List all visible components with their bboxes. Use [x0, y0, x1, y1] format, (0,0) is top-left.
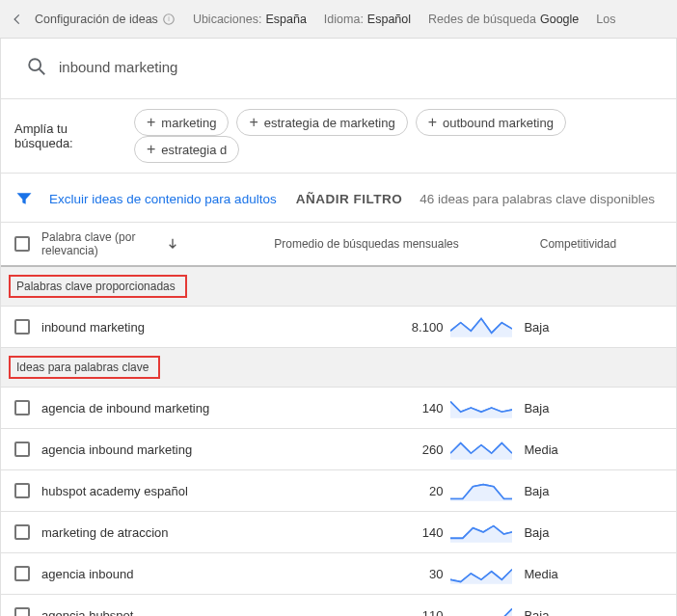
plus-icon: +: [147, 115, 155, 130]
avg-searches: 20: [398, 484, 443, 498]
section-ideas: Ideas para palabras clave: [1, 348, 676, 388]
section-provided: Palabras clave proporcionadas: [1, 267, 676, 307]
col-keyword-label[interactable]: Palabra clave (por relevancia): [41, 230, 157, 257]
keyword-cell: hubspot academy español: [41, 484, 254, 498]
row-checkbox[interactable]: [14, 607, 30, 616]
table-row: hubspot academy español20Baja: [1, 470, 676, 512]
search-icon: [26, 56, 47, 77]
keyword-cell: agencia hubspot: [41, 608, 254, 617]
broaden-chip[interactable]: +estrategia d: [134, 136, 239, 163]
plus-icon: +: [147, 142, 155, 157]
row-checkbox[interactable]: [14, 566, 30, 581]
more-segment[interactable]: Los: [596, 13, 615, 26]
funnel-icon[interactable]: [14, 189, 34, 208]
plus-icon: +: [249, 115, 257, 130]
sparkline: [450, 397, 512, 418]
filter-row: Excluir ideas de contenido para adultos …: [1, 173, 676, 222]
sparkline: [450, 316, 512, 337]
svg-text:i: i: [168, 15, 170, 22]
competition-cell: Baja: [524, 608, 663, 617]
sparkline: [450, 439, 512, 460]
competition-cell: Baja: [524, 401, 663, 415]
row-checkbox[interactable]: [14, 400, 30, 415]
plus-icon: +: [428, 115, 437, 130]
row-checkbox[interactable]: [14, 442, 30, 457]
keyword-cell: agencia inbound: [41, 567, 254, 581]
broaden-chip[interactable]: +estrategia de marketing: [236, 109, 407, 136]
competition-cell: Baja: [524, 320, 663, 335]
language-value: Español: [367, 13, 411, 26]
table-row: inbound marketing8.100Baja: [1, 307, 676, 348]
config-label: Configuración de ideas: [35, 13, 158, 26]
row-checkbox[interactable]: [14, 319, 30, 335]
broaden-chip[interactable]: +marketing: [134, 109, 229, 136]
locations-segment[interactable]: Ubicaciones: España: [193, 13, 307, 26]
svg-line-3: [40, 69, 45, 75]
avg-searches: 30: [398, 567, 443, 581]
exclude-adult-link[interactable]: Excluir ideas de contenido para adultos: [49, 192, 277, 206]
locations-label: Ubicaciones:: [193, 13, 262, 26]
keyword-cell: inbound marketing: [41, 320, 254, 335]
table-row: marketing de atraccion140Baja: [1, 512, 676, 553]
table-row: agencia hubspot110Baja: [1, 595, 676, 616]
locations-value: España: [265, 13, 306, 26]
config-segment[interactable]: Configuración de ideas i: [35, 13, 176, 26]
chip-label: estrategia d: [161, 143, 227, 157]
chip-label: estrategia de marketing: [264, 116, 395, 130]
section-provided-label: Palabras clave proporcionadas: [9, 275, 187, 298]
sort-arrow-icon[interactable]: [165, 236, 180, 252]
competition-cell: Media: [524, 442, 663, 457]
avg-searches: 140: [398, 525, 443, 540]
table-row: agencia inbound marketing260Media: [1, 429, 676, 470]
competition-cell: Baja: [524, 525, 663, 540]
competition-cell: Media: [524, 567, 663, 581]
avg-searches: 140: [398, 401, 443, 415]
search-row: [1, 39, 676, 98]
row-checkbox[interactable]: [14, 524, 30, 540]
competition-cell: Baja: [524, 484, 663, 498]
select-all-checkbox[interactable]: [14, 236, 30, 252]
avg-searches: 260: [398, 442, 443, 457]
language-label: Idioma:: [324, 13, 364, 26]
add-filter-button[interactable]: AÑADIR FILTRO: [296, 192, 403, 206]
keyword-cell: agencia inbound marketing: [41, 442, 254, 457]
table-row: agencia inbound30Media: [1, 553, 676, 595]
language-segment[interactable]: Idioma: Español: [324, 13, 411, 26]
sparkline: [450, 480, 512, 501]
broaden-label: Amplía tu búsqueda:: [14, 121, 124, 150]
back-arrow-icon[interactable]: [6, 8, 29, 31]
search-input[interactable]: [59, 59, 651, 75]
table-row: agencia de inbound marketing140Baja: [1, 388, 676, 429]
avg-searches: 8.100: [398, 320, 443, 335]
networks-segment[interactable]: Redes de búsqueda Google: [428, 13, 579, 26]
broaden-chip[interactable]: +outbound marketing: [416, 109, 566, 136]
col-avg-label[interactable]: Promedio de búsquedas mensuales: [274, 237, 458, 251]
info-icon: i: [162, 13, 176, 26]
row-checkbox[interactable]: [14, 483, 30, 498]
section-ideas-label: Ideas para palabras clave: [9, 356, 160, 379]
table-header: Palabra clave (por relevancia) Promedio …: [1, 222, 676, 267]
svg-point-2: [29, 59, 41, 70]
sparkline: [450, 563, 512, 584]
sparkline: [450, 604, 512, 616]
keyword-cell: marketing de atraccion: [41, 525, 254, 540]
networks-label: Redes de búsqueda: [428, 13, 536, 26]
chip-label: marketing: [161, 116, 216, 130]
sparkline: [450, 522, 512, 543]
col-comp-label[interactable]: Competitividad: [540, 237, 616, 251]
ideas-count: 46 ideas para palabras clave disponibles: [420, 192, 655, 206]
keyword-cell: agencia de inbound marketing: [41, 401, 254, 415]
chip-label: outbound marketing: [443, 116, 554, 130]
networks-value: Google: [540, 13, 579, 26]
broaden-row: Amplía tu búsqueda: +marketing+estrategi…: [1, 98, 676, 173]
top-bar: Configuración de ideas i Ubicaciones: Es…: [0, 0, 677, 39]
avg-searches: 110: [398, 608, 443, 617]
